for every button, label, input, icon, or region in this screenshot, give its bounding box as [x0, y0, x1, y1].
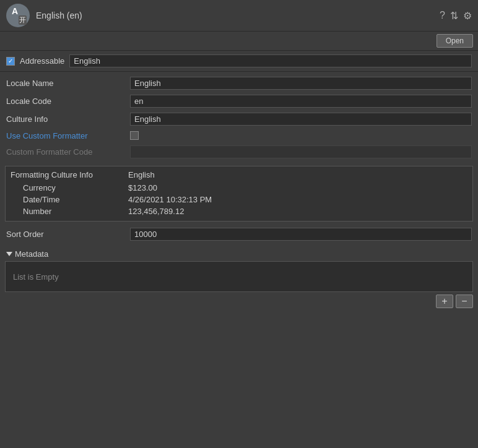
formatting-box: Formatting Culture Info English Currency…	[5, 166, 473, 222]
locale-name-row: Locale Name	[0, 74, 478, 92]
locale-code-input[interactable]	[130, 95, 472, 108]
avatar-letter: A	[12, 6, 18, 16]
addressable-label: Addressable	[20, 56, 64, 66]
add-button[interactable]: +	[436, 295, 453, 308]
use-custom-formatter-row: Use Custom Formatter	[0, 128, 478, 143]
help-icon[interactable]: ?	[440, 10, 445, 21]
addressable-row: Addressable	[0, 51, 478, 72]
metadata-list: List is Empty	[5, 261, 473, 292]
open-button[interactable]: Open	[437, 34, 473, 48]
formatting-header-label: Formatting Culture Info	[11, 170, 128, 179]
content: Addressable Locale Name Locale Code Cult…	[0, 51, 478, 311]
fields: Locale Name Locale Code Culture Info Use…	[0, 72, 478, 163]
locale-name-label: Locale Name	[6, 79, 130, 88]
sort-order-row: Sort Order	[0, 224, 478, 244]
formatting-datetime-value: 4/26/2021 10:32:13 PM	[128, 195, 212, 204]
formatting-header-row: Formatting Culture Info English	[11, 170, 467, 179]
use-custom-formatter-label[interactable]: Use Custom Formatter	[6, 131, 130, 140]
addressable-checkbox[interactable]	[6, 57, 15, 66]
culture-info-row: Culture Info	[0, 110, 478, 128]
custom-formatter-code-label: Custom Formatter Code	[6, 147, 130, 157]
formatting-header-value: English	[128, 170, 155, 179]
formatting-currency-label: Currency	[23, 183, 128, 192]
sliders-icon[interactable]: ⇅	[450, 10, 458, 22]
metadata-header[interactable]: Metadata	[0, 247, 478, 261]
locale-name-input[interactable]	[130, 77, 472, 90]
culture-info-label: Culture Info	[6, 114, 130, 124]
avatar: A 开	[6, 4, 30, 27]
custom-formatter-code-input	[130, 145, 472, 158]
formatting-number-row: Number 123,456,789.12	[11, 205, 467, 217]
formatting-number-label: Number	[23, 207, 128, 216]
header-icons: ? ⇅ ⚙	[440, 10, 472, 22]
gear-icon[interactable]: ⚙	[463, 10, 472, 22]
sort-order-input[interactable]	[130, 228, 472, 241]
metadata-label: Metadata	[15, 249, 48, 259]
formatting-number-value: 123,456,789.12	[128, 207, 184, 216]
list-empty-text: List is Empty	[13, 272, 59, 282]
sort-order-label: Sort Order	[6, 230, 130, 239]
formatting-datetime-label: Date/Time	[23, 195, 128, 204]
header: A 开 English (en) ? ⇅ ⚙	[0, 0, 478, 32]
metadata-section: Metadata List is Empty	[0, 247, 478, 292]
bottom-toolbar: + −	[0, 292, 478, 311]
locale-code-label: Locale Code	[6, 97, 130, 106]
panel: A 开 English (en) ? ⇅ ⚙ Open Addressable …	[0, 0, 478, 448]
collapse-icon	[6, 252, 12, 256]
header-title: English (en)	[36, 11, 440, 20]
formatting-currency-value: $123.00	[128, 183, 157, 192]
toolbar: Open	[0, 32, 478, 51]
locale-code-row: Locale Code	[0, 92, 478, 110]
culture-info-input[interactable]	[130, 113, 472, 126]
addressable-input[interactable]	[69, 54, 472, 67]
custom-formatter-code-row: Custom Formatter Code	[0, 143, 478, 161]
formatting-datetime-row: Date/Time 4/26/2021 10:32:13 PM	[11, 194, 467, 205]
use-custom-formatter-checkbox[interactable]	[130, 131, 139, 140]
formatting-currency-row: Currency $123.00	[11, 182, 467, 194]
avatar-chinese: 开	[19, 15, 27, 25]
remove-button[interactable]: −	[456, 295, 473, 308]
